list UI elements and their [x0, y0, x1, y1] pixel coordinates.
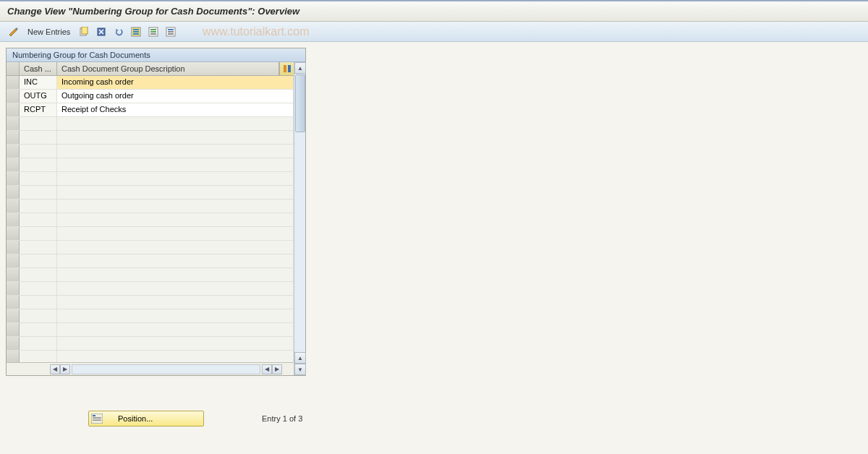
undo-icon[interactable] [112, 25, 125, 38]
scrollbar-vertical[interactable]: ▲ ▲ ▼ [294, 62, 305, 375]
cell-description[interactable] [57, 282, 294, 295]
row-selector[interactable] [7, 90, 20, 103]
row-selector[interactable] [7, 131, 20, 144]
cell-description[interactable]: Outgoing cash order [57, 90, 294, 103]
table-row[interactable] [7, 213, 294, 227]
scroll-thumb[interactable] [295, 74, 305, 132]
cell-cash[interactable] [20, 254, 57, 267]
table-row[interactable] [7, 186, 294, 200]
row-selector[interactable] [7, 227, 20, 240]
cell-cash[interactable] [20, 309, 57, 322]
new-entries-button[interactable]: New Entries [25, 27, 73, 36]
cell-cash[interactable]: OUTG [20, 90, 57, 103]
cell-description[interactable] [57, 145, 294, 158]
table-row[interactable]: OUTGOutgoing cash order [7, 90, 294, 103]
table-row[interactable]: RCPTReceipt of Checks [7, 103, 294, 117]
row-selector[interactable] [7, 103, 20, 116]
table-row[interactable] [7, 227, 294, 241]
cell-description[interactable] [57, 323, 294, 336]
toggle-display-change-icon[interactable] [7, 25, 20, 38]
row-selector[interactable] [7, 309, 20, 322]
scroll-down-icon[interactable]: ▼ [294, 364, 306, 375]
row-selector[interactable] [7, 145, 20, 158]
row-selector[interactable] [7, 158, 20, 171]
delete-icon[interactable] [95, 25, 108, 38]
cell-description[interactable] [57, 131, 294, 144]
cell-description[interactable] [57, 117, 294, 130]
row-selector[interactable] [7, 117, 20, 130]
select-block-icon[interactable] [147, 25, 160, 38]
deselect-all-icon[interactable] [164, 25, 177, 38]
table-row[interactable] [7, 268, 294, 282]
table-row[interactable] [7, 351, 294, 362]
cell-cash[interactable] [20, 213, 57, 226]
row-selector[interactable] [7, 76, 20, 89]
column-header-description[interactable]: Cash Document Group Description [57, 62, 279, 75]
cell-description[interactable] [57, 227, 294, 240]
row-selector[interactable] [7, 268, 20, 281]
table-settings-icon[interactable] [279, 62, 294, 75]
cell-description[interactable] [57, 172, 294, 185]
cell-cash[interactable] [20, 117, 57, 130]
table-row[interactable] [7, 117, 294, 131]
cell-description[interactable] [57, 254, 294, 267]
row-selector[interactable] [7, 337, 20, 350]
table-row[interactable] [7, 296, 294, 309]
row-selector[interactable] [7, 186, 20, 199]
cell-cash[interactable] [20, 158, 57, 171]
row-selector[interactable] [7, 323, 20, 336]
cell-description[interactable] [57, 200, 294, 213]
row-selector[interactable] [7, 254, 20, 267]
table-row[interactable] [7, 241, 294, 254]
cell-cash[interactable] [20, 268, 57, 281]
cell-cash[interactable] [20, 296, 57, 309]
cell-description[interactable]: Receipt of Checks [57, 103, 294, 116]
cell-cash[interactable] [20, 337, 57, 350]
cell-cash[interactable] [20, 131, 57, 144]
table-row[interactable] [7, 254, 294, 268]
row-selector[interactable] [7, 213, 20, 226]
cell-description[interactable] [57, 158, 294, 171]
row-selector[interactable] [7, 241, 20, 254]
cell-description[interactable] [57, 268, 294, 281]
cell-cash[interactable] [20, 186, 57, 199]
row-selector[interactable] [7, 296, 20, 309]
scroll-right-icon[interactable]: ▶ [60, 364, 70, 374]
row-selector[interactable] [7, 200, 20, 213]
cell-description[interactable] [57, 351, 294, 362]
scrollbar-horizontal[interactable]: ◀ ▶ ◀ ▶ [7, 362, 294, 375]
cell-cash[interactable]: INC [20, 76, 57, 89]
cell-cash[interactable] [20, 200, 57, 213]
scroll-left-icon[interactable]: ◀ [50, 364, 60, 374]
row-selector[interactable] [7, 282, 20, 295]
cell-description[interactable] [57, 213, 294, 226]
row-selector[interactable] [7, 351, 20, 362]
table-row[interactable] [7, 323, 294, 337]
table-row[interactable] [7, 282, 294, 296]
copy-icon[interactable] [77, 25, 90, 38]
cell-cash[interactable] [20, 241, 57, 254]
cell-cash[interactable] [20, 282, 57, 295]
cell-description[interactable] [57, 241, 294, 254]
table-row[interactable] [7, 158, 294, 172]
table-row[interactable] [7, 145, 294, 158]
table-row[interactable] [7, 200, 294, 213]
select-all-icon[interactable] [129, 25, 142, 38]
table-row[interactable] [7, 337, 294, 351]
cell-cash[interactable] [20, 351, 57, 362]
cell-cash[interactable] [20, 172, 57, 185]
table-row[interactable] [7, 172, 294, 186]
cell-description[interactable] [57, 309, 294, 322]
cell-cash[interactable] [20, 323, 57, 336]
cell-cash[interactable] [20, 227, 57, 240]
table-row[interactable]: INCIncoming cash order [7, 76, 294, 90]
scroll-up-page-icon[interactable]: ▲ [294, 352, 306, 364]
scroll-up-icon[interactable]: ▲ [294, 62, 306, 74]
column-header-cash[interactable]: Cash ... [20, 62, 57, 75]
cell-cash[interactable] [20, 145, 57, 158]
cell-description[interactable]: Incoming cash order [57, 76, 294, 89]
position-button[interactable]: Position... [88, 411, 204, 427]
row-selector[interactable] [7, 172, 20, 185]
table-row[interactable] [7, 309, 294, 323]
cell-cash[interactable]: RCPT [20, 103, 57, 116]
